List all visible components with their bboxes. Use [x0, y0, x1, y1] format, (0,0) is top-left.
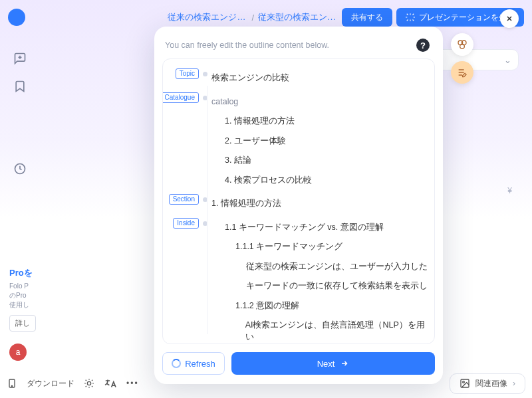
promo-title: Proを [9, 267, 122, 279]
list-edit-icon [457, 67, 467, 78]
section-tag: Section [169, 194, 199, 205]
topic-title[interactable]: 検索エンジンの比較 [211, 68, 289, 88]
catalog-item[interactable]: 4. 検索プロセスの比較 [211, 171, 312, 191]
theme-icon[interactable] [84, 378, 94, 389]
svg-point-5 [463, 381, 465, 383]
refresh-button[interactable]: Refresh [162, 352, 225, 375]
arrow-right-icon [340, 359, 349, 367]
close-modal-button[interactable] [500, 9, 519, 28]
catalog-item[interactable]: 3. 結論 [211, 151, 251, 171]
chevron-right-icon: › [513, 379, 515, 388]
section-title[interactable]: 1. 情報処理の方法 [211, 194, 281, 214]
promo-card: Proを Folo PのPro使用し 詳し [9, 267, 122, 332]
catalog-item[interactable]: 1. 情報処理の方法 [211, 112, 295, 132]
breadcrumb-current[interactable]: 従来型の検索エンジン… [258, 11, 338, 23]
download-app-icon[interactable] [7, 378, 17, 389]
catalog-label[interactable]: catalog [211, 92, 238, 112]
refresh-icon [172, 359, 181, 368]
chevron-down-icon: ⌄ [504, 55, 511, 65]
subsection[interactable]: 1.1.2 意図の理解 [211, 296, 299, 316]
avatar[interactable]: a [9, 344, 27, 361]
history-icon[interactable] [13, 162, 27, 175]
body-text[interactable]: AI検索エンジンは、自然言語処理（NLP）を用い [211, 316, 428, 344]
palette-icon [457, 39, 467, 50]
close-icon [505, 15, 513, 23]
modal-hint: You can freely edit the outline content … [165, 41, 329, 50]
more-icon[interactable]: ••• [126, 379, 139, 388]
new-chat-icon[interactable] [13, 52, 27, 65]
language-icon[interactable] [104, 378, 117, 389]
body-text[interactable]: 従来型の検索エンジンは、ユーザーが入力した [211, 257, 428, 277]
catalog-item[interactable]: 2. ユーザー体験 [211, 132, 286, 151]
breadcrumb-parent[interactable]: 従来の検索エンジンとA [168, 11, 247, 23]
theme-picker-button[interactable] [451, 33, 473, 56]
app-logo [8, 9, 25, 26]
subsection[interactable]: 1.1 キーワードマッチング vs. 意図の理解 [211, 218, 384, 238]
catalogue-tag: Catalogue [162, 92, 199, 103]
outline-editor-modal: You can freely edit the outline content … [154, 27, 443, 384]
promo-details-button[interactable]: 詳し [9, 315, 36, 332]
subsection[interactable]: 1.1.1 キーワードマッチング [211, 237, 342, 257]
svg-point-2 [11, 385, 12, 386]
sparkle-icon [406, 13, 415, 22]
breadcrumb-sep: / [251, 13, 254, 23]
next-button[interactable]: Next [231, 352, 435, 375]
image-icon [460, 378, 470, 389]
share-button[interactable]: 共有する [342, 8, 392, 27]
body-text[interactable]: キーワードの一致に依存して検索結果を表示し [211, 276, 428, 296]
inside-tag: Inside [173, 218, 199, 229]
svg-point-3 [87, 381, 90, 385]
topic-tag: Topic [176, 68, 199, 79]
outline-mode-button[interactable] [451, 61, 473, 84]
currency-hint: ¥ [507, 186, 512, 195]
svg-point-8 [460, 44, 465, 49]
bookmark-icon[interactable] [13, 80, 27, 93]
outline-tree[interactable]: Topic 検索エンジンの比較 Catalogue catalog 1. 情報処… [162, 58, 435, 344]
download-label[interactable]: ダウンロード [27, 378, 74, 389]
help-button[interactable]: ? [416, 39, 430, 52]
related-images-button[interactable]: 関連画像 › [450, 373, 525, 394]
